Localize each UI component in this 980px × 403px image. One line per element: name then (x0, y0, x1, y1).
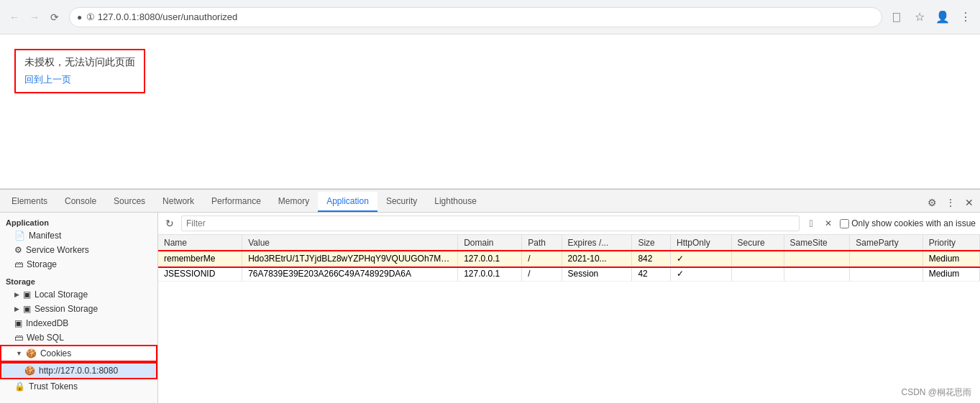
filter-input[interactable] (181, 216, 800, 231)
col-sameparty[interactable]: SameParty (850, 235, 922, 251)
col-value[interactable]: Value (242, 235, 458, 251)
session-storage-label: Session Storage (35, 304, 98, 314)
table-cell: / (522, 251, 562, 267)
tab-sources[interactable]: Sources (105, 192, 154, 212)
table-cell (784, 267, 850, 282)
manifest-label: Manifest (29, 231, 61, 241)
devtools: Elements Console Sources Network Perform… (0, 189, 980, 403)
table-cell: Medium (922, 267, 979, 282)
nav-buttons: ← → ⟳ (6, 9, 63, 26)
table-cell: 2021-10... (562, 251, 632, 267)
filter-checkbox[interactable] (840, 219, 849, 228)
filter-bar: ↻  ✕ Only show cookies with an issue (158, 213, 980, 235)
table-cell: JSESSIONID (158, 267, 242, 282)
col-path[interactable]: Path (522, 235, 562, 251)
storage-label: Storage (27, 259, 57, 269)
local-storage-label: Local Storage (35, 289, 88, 300)
filter-checkbox-text: Only show cookies with an issue (851, 218, 976, 228)
filter-refresh-button[interactable]: ↻ (162, 216, 177, 231)
application-section: Application 📄 Manifest ⚙ Service Workers… (0, 216, 157, 272)
tab-elements[interactable]: Elements (3, 192, 56, 212)
settings-button[interactable]: ⚙ (924, 195, 940, 210)
websql-icon: 🗃 (14, 333, 23, 343)
browser-chrome: ← → ⟳ ● ① 127.0.0.1:8080/user/unauthoriz… (0, 0, 980, 34)
back-button[interactable]: ← (6, 9, 23, 26)
table-cell (731, 267, 784, 282)
table-row[interactable]: rememberMeHdo3REtrU/1TJYjdBLz8wYZPHqY9VQ… (158, 251, 980, 267)
table-cell: 42 (632, 267, 671, 282)
profile-button[interactable]: 👤 (934, 9, 951, 26)
reload-button[interactable]: ⟳ (46, 9, 63, 26)
table-cell (731, 251, 784, 267)
filter-clear-button[interactable]: ✕ (821, 216, 835, 231)
devtools-body: Application 📄 Manifest ⚙ Service Workers… (0, 213, 980, 403)
devtools-tabbar: Elements Console Sources Network Perform… (0, 190, 980, 213)
cookie-table-body: rememberMeHdo3REtrU/1TJYjdBLz8wYZPHqY9VQ… (158, 251, 980, 282)
col-samesite[interactable]: SameSite (784, 235, 850, 251)
address-bar[interactable]: ● ① 127.0.0.1:8080/user/unauthorized (69, 7, 882, 27)
table-cell: / (522, 267, 562, 282)
tab-lighthouse[interactable]: Lighthouse (426, 192, 485, 212)
filter-checkbox-label[interactable]: Only show cookies with an issue (840, 218, 976, 228)
more-button[interactable]: ⋮ (943, 195, 958, 210)
sidebar-item-local-storage[interactable]: ▶ ▣ Local Storage (0, 287, 157, 302)
expand-arrow-icon: ▶ (14, 291, 19, 298)
sidebar-item-service-workers[interactable]: ⚙ Service Workers (0, 243, 157, 257)
col-priority[interactable]: Priority (922, 235, 979, 251)
filter-icon-button[interactable]:  (804, 216, 818, 231)
table-cell: 842 (632, 251, 671, 267)
cast-button[interactable]: ⎕ (888, 9, 905, 26)
sidebar-item-manifest[interactable]: 📄 Manifest (0, 228, 157, 243)
col-domain[interactable]: Domain (458, 235, 522, 251)
sidebar-item-cookies-url[interactable]: 🍪 http://127.0.0.1:8080 (0, 362, 157, 379)
sidebar-item-trust-tokens[interactable]: 🔒 Trust Tokens (0, 379, 157, 394)
devtools-actions: ⚙ ⋮ ✕ (924, 195, 980, 212)
tab-performance[interactable]: Performance (203, 192, 270, 212)
col-expires[interactable]: Expires /... (562, 235, 632, 251)
table-header-row: Name Value Domain Path Expires /... Size… (158, 235, 980, 251)
table-cell: 127.0.0.1 (458, 267, 522, 282)
trust-tokens-icon: 🔒 (14, 381, 25, 392)
sidebar-item-websql[interactable]: 🗃 Web SQL (0, 330, 157, 345)
sidebar-item-storage[interactable]: 🗃 Storage (0, 257, 157, 272)
lock-icon: ● (77, 12, 82, 22)
table-cell: Hdo3REtrU/1TJYjdBLz8wYZPHqY9VQUUGOh7M+MJ… (242, 251, 458, 267)
sidebar-item-cookies[interactable]: ▼ 🍪 Cookies (0, 345, 157, 362)
unauthorized-title: 未授权，无法访问此页面 (24, 56, 135, 69)
websql-label: Web SQL (27, 333, 64, 343)
col-httponly[interactable]: HttpOnly (670, 235, 731, 251)
col-name[interactable]: Name (158, 235, 242, 251)
tab-network[interactable]: Network (154, 192, 203, 212)
unauthorized-box: 未授权，无法访问此页面 回到上一页 (14, 49, 145, 93)
storage-icon: 🗃 (14, 259, 23, 269)
cookies-data-table: Name Value Domain Path Expires /... Size… (158, 235, 980, 282)
bookmark-button[interactable]: ☆ (911, 9, 928, 26)
forward-button[interactable]: → (26, 9, 43, 26)
table-cell: ✓ (670, 251, 731, 267)
page-content: 未授权，无法访问此页面 回到上一页 (0, 34, 980, 189)
close-devtools-button[interactable]: ✕ (961, 195, 977, 210)
sidebar-item-indexeddb[interactable]: ▣ IndexedDB (0, 316, 157, 330)
tab-application[interactable]: Application (318, 192, 377, 212)
menu-button[interactable]: ⋮ (957, 9, 974, 26)
tab-memory[interactable]: Memory (270, 192, 318, 212)
tab-security[interactable]: Security (377, 192, 426, 212)
table-row[interactable]: JSESSIONID76A7839E39E203A266C49A748929DA… (158, 267, 980, 282)
devtools-main: ↻  ✕ Only show cookies with an issue Na… (158, 213, 980, 403)
sidebar-item-session-storage[interactable]: ▶ ▣ Session Storage (0, 302, 157, 316)
back-link[interactable]: 回到上一页 (24, 74, 71, 85)
table-cell: 127.0.0.1 (458, 251, 522, 267)
cookies-label: Cookies (40, 348, 71, 358)
cookies-url-label: http://127.0.0.1:8080 (39, 366, 118, 376)
table-cell: Medium (922, 251, 979, 267)
table-cell (850, 267, 922, 282)
chrome-actions: ⎕ ☆ 👤 ⋮ (888, 9, 974, 26)
col-secure[interactable]: Secure (731, 235, 784, 251)
storage-section: Storage ▶ ▣ Local Storage ▶ ▣ Session St… (0, 274, 157, 394)
col-size[interactable]: Size (632, 235, 671, 251)
devtools-sidebar: Application 📄 Manifest ⚙ Service Workers… (0, 213, 158, 403)
trust-tokens-label: Trust Tokens (29, 381, 78, 392)
tab-console[interactable]: Console (56, 192, 105, 212)
expand-arrow-cookies-icon: ▼ (16, 350, 22, 357)
storage-section-title: Storage (0, 274, 157, 287)
